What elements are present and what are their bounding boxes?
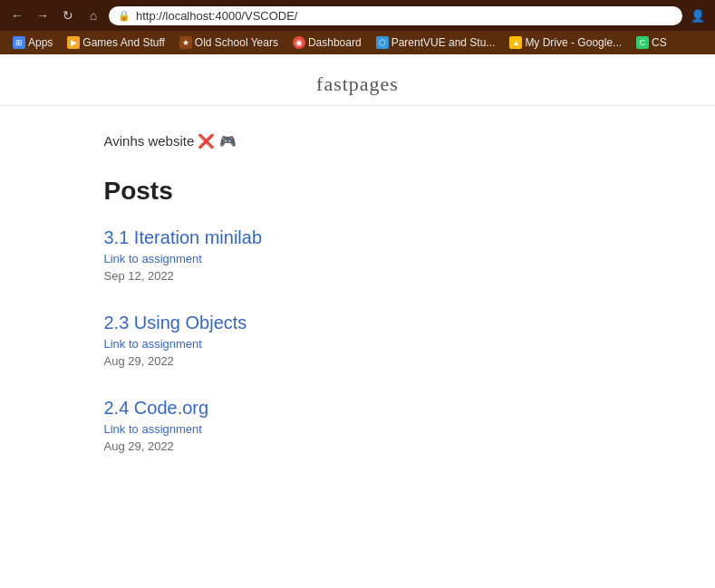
bookmark-cs[interactable]: C CS [631,34,672,51]
post-date-1: Sep 12, 2022 [104,269,174,283]
bookmark-cs-label: CS [652,36,667,49]
post-date-2: Aug 29, 2022 [104,354,174,368]
site-tagline: Avinhs website ❌ 🎮 [104,133,612,149]
bookmark-mydrive[interactable]: ▲ My Drive - Google... [504,34,627,51]
page-content: fastpages Avinhs website ❌ 🎮 Posts 3.1 I… [0,54,715,588]
home-button[interactable]: ⌂ [83,5,103,25]
forward-button[interactable]: → [33,5,53,25]
refresh-button[interactable]: ↻ [58,5,78,25]
bookmark-apps[interactable]: ⊞ Apps [7,34,58,51]
post-link-3[interactable]: Link to assignment [104,422,612,436]
bookmark-dashboard[interactable]: ◉ Dashboard [287,34,367,51]
post-date-3: Aug 29, 2022 [104,439,174,453]
apps-favicon: ⊞ [13,36,25,49]
site-title: fastpages [316,72,399,95]
bookmark-games-label: Games And Stuff [82,36,165,49]
bookmark-mydrive-label: My Drive - Google... [525,36,622,49]
bookmark-games[interactable]: ▶ Games And Stuff [62,34,170,51]
nav-bar: ← → ↻ ⌂ 🔒 👤 [0,0,715,31]
site-header: fastpages [0,54,715,106]
post-link-1[interactable]: Link to assignment [104,252,612,265]
address-bar[interactable] [136,9,673,23]
back-button[interactable]: ← [7,5,27,25]
post-item-3: 2.4 Code.org Link to assignment Aug 29, … [104,398,612,454]
lock-icon: 🔒 [118,10,130,22]
bookmark-parentvue[interactable]: ⬡ ParentVUE and Stu... [371,34,501,51]
profile-icon[interactable]: 👤 [688,5,708,25]
mydrive-favicon: ▲ [509,36,522,49]
parentvue-favicon: ⬡ [376,36,389,49]
bookmark-dashboard-label: Dashboard [308,36,362,49]
cs-favicon: C [636,36,649,49]
address-bar-container: 🔒 [109,6,682,25]
oldschool-favicon: ★ [179,36,192,49]
games-favicon: ▶ [67,36,80,49]
bookmark-oldschool[interactable]: ★ Old School Years [174,34,284,51]
browser-chrome: ← → ↻ ⌂ 🔒 👤 ⊞ Apps ▶ Games And Stuff ★ O… [0,0,715,54]
main-area: Avinhs website ❌ 🎮 Posts 3.1 Iteration m… [86,106,630,519]
bookmark-parentvue-label: ParentVUE and Stu... [391,36,496,49]
bookmarks-bar: ⊞ Apps ▶ Games And Stuff ★ Old School Ye… [0,31,715,54]
post-link-2[interactable]: Link to assignment [104,337,612,351]
post-title-3[interactable]: 2.4 Code.org [104,398,612,419]
post-item-1: 3.1 Iteration minilab Link to assignment… [104,227,612,284]
post-title-2[interactable]: 2.3 Using Objects [104,313,612,333]
post-item-2: 2.3 Using Objects Link to assignment Aug… [104,313,612,369]
dashboard-favicon: ◉ [293,36,305,49]
bookmark-apps-label: Apps [28,36,53,49]
post-title-1[interactable]: 3.1 Iteration minilab [104,227,612,248]
bookmark-oldschool-label: Old School Years [195,36,278,49]
posts-heading: Posts [104,177,612,206]
